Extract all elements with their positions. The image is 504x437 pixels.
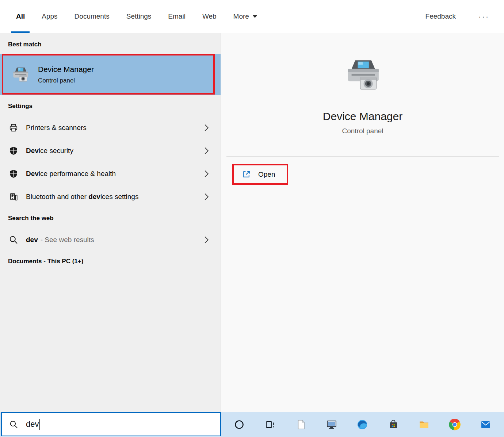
annotation-box-best-match (2, 54, 215, 95)
search-input-box[interactable]: dev (1, 412, 221, 436)
search-web-header: Search the web (8, 215, 221, 222)
preview-pane: Device Manager Control panel Open (221, 33, 504, 412)
best-match-result[interactable]: Device Manager Control panel (0, 54, 221, 95)
chevron-right-icon (204, 193, 212, 201)
device-manager-icon-large (343, 56, 382, 93)
tab-apps[interactable]: Apps (42, 0, 57, 33)
folder-icon[interactable] (417, 417, 431, 432)
result-label: Bluetooth and other devices settings (26, 193, 138, 201)
preview-subtitle: Control panel (221, 127, 504, 135)
result-device-security[interactable]: Device security (0, 139, 221, 162)
document-icon[interactable] (294, 417, 308, 432)
tab-settings[interactable]: Settings (126, 0, 152, 33)
tab-settings-label: Settings (126, 12, 152, 20)
tab-more[interactable]: More (233, 0, 257, 33)
chevron-right-icon (204, 147, 212, 155)
result-bluetooth-devices-settings[interactable]: Bluetooth and other devices settings (0, 185, 221, 208)
search-input-value: dev (26, 419, 39, 429)
preview-divider (226, 156, 499, 157)
search-filter-bar: All Apps Documents Settings Email Web Mo… (0, 0, 504, 33)
pc-icon[interactable] (324, 417, 339, 432)
chevron-right-icon (204, 124, 212, 132)
result-web-search[interactable]: dev- See web results (0, 228, 221, 251)
device-manager-icon (11, 66, 30, 83)
result-device-performance-health[interactable]: Device performance & health (0, 162, 221, 185)
result-printers-scanners[interactable]: Printers & scanners (0, 116, 221, 139)
task-view-icon[interactable] (263, 417, 277, 432)
devices-icon (9, 192, 18, 202)
result-label: Printers & scanners (26, 124, 87, 132)
chevron-down-icon (252, 15, 257, 18)
results-pane: Best match Device Manager Control panel … (0, 33, 221, 412)
edge-icon[interactable] (355, 417, 370, 432)
settings-header: Settings (8, 103, 221, 110)
windows-search-panel: All Apps Documents Settings Email Web Mo… (0, 0, 504, 437)
search-icon (9, 235, 18, 245)
result-label: Device performance & health (26, 170, 116, 178)
tab-web[interactable]: Web (202, 0, 217, 33)
best-match-text: Device Manager Control panel (38, 65, 94, 84)
shield-icon (9, 169, 18, 179)
tab-documents-label: Documents (75, 12, 110, 20)
external-link-icon (242, 170, 251, 179)
tab-email-label: Email (168, 12, 186, 20)
search-icon (9, 420, 18, 429)
chevron-right-icon (204, 170, 212, 178)
taskbar-icons (221, 412, 504, 437)
text-cursor (39, 419, 40, 430)
documents-header[interactable]: Documents - This PC (1+) (8, 258, 221, 265)
store-icon[interactable] (386, 417, 401, 432)
overflow-menu-button[interactable]: ··· (478, 0, 489, 33)
preview-title: Device Manager (221, 110, 504, 123)
settings-results: Printers & scanners Device security De (0, 116, 221, 208)
preview-summary: Device Manager Control panel (221, 33, 504, 135)
result-label: dev- See web results (26, 236, 94, 244)
chrome-icon[interactable] (447, 417, 462, 432)
feedback-button[interactable]: Feedback (425, 0, 456, 33)
chevron-right-icon (204, 236, 212, 244)
tab-email[interactable]: Email (168, 0, 186, 33)
result-label: Device security (26, 147, 73, 155)
tab-all[interactable]: All (16, 0, 25, 33)
shield-icon (9, 146, 18, 156)
open-action-button[interactable]: Open (232, 164, 288, 185)
tab-more-label: More (233, 12, 249, 20)
best-match-header: Best match (8, 33, 221, 48)
tab-web-label: Web (202, 12, 217, 20)
tab-documents[interactable]: Documents (75, 0, 110, 33)
tab-all-label: All (16, 12, 25, 20)
cortana-icon[interactable] (232, 417, 247, 432)
best-match-subtitle: Control panel (38, 77, 94, 84)
open-label: Open (258, 170, 275, 179)
tab-apps-label: Apps (42, 12, 57, 20)
mail-icon[interactable] (478, 417, 493, 432)
printer-icon (9, 123, 18, 133)
best-match-title: Device Manager (38, 65, 94, 74)
